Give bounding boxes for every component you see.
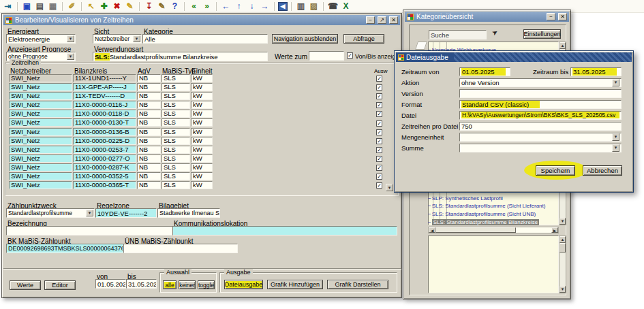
row-checkbox[interactable]: ✓ [376, 111, 382, 117]
chevron-down-icon[interactable]: ▼ [67, 53, 74, 60]
row-checkbox[interactable]: ✓ [376, 129, 382, 135]
table-row[interactable]: SWI_Netz11X0-0000-0352-5NBSLSkW [9, 172, 213, 181]
navigator-icon[interactable]: ◀ [278, 2, 288, 11]
cell-agv[interactable]: NB [137, 118, 161, 127]
cell-bilanzkreis[interactable]: 11X0-0000-0118-D [73, 110, 136, 118]
phone-icon[interactable]: ☎ [327, 1, 339, 12]
cell-mabis-typ[interactable]: SLS [162, 137, 190, 145]
bk-mabis-input[interactable]: DE00092698693TMSBKSLS000000643760 [6, 244, 123, 253]
cell-agv[interactable]: NB [137, 110, 161, 118]
cell-einheit[interactable]: kW [191, 83, 213, 91]
cell-einheit[interactable]: kW [191, 146, 213, 154]
zaehlpunktzweck-select[interactable]: Standardlastprofilsumme ▼ [6, 208, 95, 218]
scrollbar-thumb[interactable] [435, 227, 516, 233]
cell-netzbetreiber[interactable]: SWI_Netz [9, 137, 72, 145]
next-icon[interactable]: → [259, 1, 271, 12]
row-checkbox[interactable]: ✓ [376, 174, 382, 180]
cell-einheit[interactable]: kW [191, 172, 213, 180]
alle-button[interactable]: alle [163, 280, 177, 289]
energieart-select[interactable]: Elektroenergie ▼ [6, 34, 76, 44]
cell-bilanzkreis[interactable]: 11X-GPE-AP-----J [73, 83, 136, 91]
lower-vertical-scrollbar[interactable]: ▲ ▼ [559, 235, 566, 293]
cell-mabis-typ[interactable]: SLS [162, 101, 190, 109]
chevron-down-icon[interactable]: ▼ [612, 144, 619, 152]
cell-agv[interactable]: NB [137, 83, 161, 91]
cell-netzbetreiber[interactable]: SWI_Netz [9, 101, 72, 109]
cell-agv[interactable]: NB [137, 137, 161, 145]
tree-item[interactable]: −SLS: Standardlastprofilsumme (Sicht ÜNB… [428, 210, 558, 218]
cell-netzbetreiber[interactable]: SWI_Netz [9, 128, 72, 136]
kategorie-titlebar[interactable]: Kategorieübersicht − ✕ [405, 12, 569, 22]
mengeneinheit-input[interactable]: ▼ [459, 133, 622, 142]
scrollbar-thumb[interactable] [559, 243, 566, 253]
chevron-down-icon[interactable]: ▼ [86, 210, 93, 216]
print-icon[interactable]: ▤ [34, 1, 46, 12]
bilagebiet-input[interactable]: Stadtwerke Ilmenau St [157, 208, 220, 218]
edit-icon[interactable]: ✎ [156, 1, 168, 12]
cell-mabis-typ[interactable]: SLS [162, 154, 190, 163]
cell-einheit[interactable]: kW [191, 92, 213, 100]
cell-bilanzkreis[interactable]: 11X-1UND1------Y [73, 74, 136, 82]
summe-input[interactable]: ▼ [459, 144, 622, 152]
row-checkbox[interactable]: ✓ [376, 147, 382, 153]
chevron-down-icon[interactable]: ▼ [612, 133, 619, 141]
vonbis-checkbox[interactable]: ✓ [347, 52, 353, 59]
cell-netzbetreiber[interactable]: SWI_Netz [9, 118, 72, 127]
grafik-hinzufuegen-button[interactable]: Grafik Hinzufügen [267, 280, 323, 289]
suche-input[interactable]: Suche [429, 30, 487, 39]
scroll-up-icon[interactable]: ▲ [559, 236, 566, 243]
select-edit-icon[interactable]: ✐ [66, 1, 78, 12]
chevron-down-icon[interactable]: ▼ [133, 35, 140, 42]
paste-icon[interactable]: ▨ [308, 1, 320, 12]
cell-mabis-typ[interactable]: SLS [162, 181, 190, 189]
editor-button[interactable]: Editor [44, 280, 76, 290]
minimize-button[interactable]: − [366, 16, 375, 24]
aktion-input[interactable]: ohne Version▼ [459, 78, 622, 87]
werte-zum-input[interactable] [309, 51, 344, 61]
scroll-down-icon[interactable]: ▼ [559, 218, 566, 225]
close-button[interactable]: ✕ [389, 16, 398, 24]
cell-agv[interactable]: NB [137, 74, 161, 82]
cell-einheit[interactable]: kW [191, 118, 213, 127]
cell-mabis-typ[interactable]: SLS [162, 118, 190, 127]
werte-button[interactable]: Werte [10, 280, 41, 290]
cell-netzbetreiber[interactable]: SWI_Netz [9, 110, 72, 118]
cell-bilanzkreis[interactable]: 11X0-0000-0365-T [73, 181, 136, 189]
grafik-darstellen-button[interactable]: Grafik Darstellen [327, 280, 388, 289]
cell-einheit[interactable]: kW [191, 137, 213, 145]
first-record-icon[interactable]: « [188, 1, 200, 12]
tree-item[interactable]: −SLS: Standardlastprofilsumme (Sicht Lie… [428, 202, 558, 210]
toggle-button[interactable]: toggle [198, 280, 215, 289]
excel-export-icon[interactable]: X [340, 1, 352, 12]
print-setup-icon[interactable]: ▥ [295, 1, 307, 12]
kommunikationslokation-input[interactable] [172, 226, 397, 235]
cell-mabis-typ[interactable]: SLS [162, 146, 190, 154]
edit-record-icon[interactable]: ✎ [124, 1, 136, 12]
row-checkbox[interactable]: ✓ [376, 138, 382, 144]
cell-mabis-typ[interactable]: SLS [162, 172, 190, 180]
table-row[interactable]: SWI_Netz11X0-0000-0130-TNBSLSkW [9, 118, 213, 127]
scroll-up-icon[interactable]: ▲ [559, 42, 566, 49]
cell-einheit[interactable]: kW [191, 154, 213, 163]
last-record-icon[interactable]: » [201, 1, 213, 12]
cell-bilanzkreis[interactable]: 11X0-0000-0277-O [73, 154, 136, 163]
version-input[interactable] [459, 89, 622, 98]
cell-bilanzkreis[interactable]: 11X0-0000-0253-7 [73, 146, 136, 154]
cell-mabis-typ[interactable]: SLS [162, 92, 190, 100]
navigation-ausblenden-button[interactable]: Navigation ausblenden [272, 34, 338, 44]
help-icon[interactable]: ? [169, 1, 181, 12]
cell-netzbetreiber[interactable]: SWI_Netz [9, 163, 72, 172]
keiner-button[interactable]: keiner [179, 280, 196, 289]
cell-einheit[interactable]: kW [191, 128, 213, 136]
scroll-right-icon[interactable]: ▶ [551, 227, 558, 233]
cell-netzbetreiber[interactable]: SWI_Netz [9, 172, 72, 180]
dateiausgabe-button[interactable]: Dateiausgabe [224, 280, 263, 289]
chevron-down-icon[interactable]: ▼ [612, 79, 619, 86]
cell-einheit[interactable]: kW [191, 74, 213, 82]
table-row[interactable]: SWI_Netz11X0-0000-0118-DNBSLSkW [9, 110, 213, 118]
table-row[interactable]: SWI_Netz11X-TEDV-------DNBSLSkW [9, 92, 213, 101]
row-checkbox[interactable]: ✓ [376, 165, 382, 171]
cell-agv[interactable]: NB [137, 128, 161, 136]
main-window-titlebar[interactable]: Bearbeiten/Visualisieren von Zeitreihen … [3, 15, 400, 25]
table-row[interactable]: SWI_Netz11X0-0000-0116-JNBSLSkW [9, 101, 213, 110]
